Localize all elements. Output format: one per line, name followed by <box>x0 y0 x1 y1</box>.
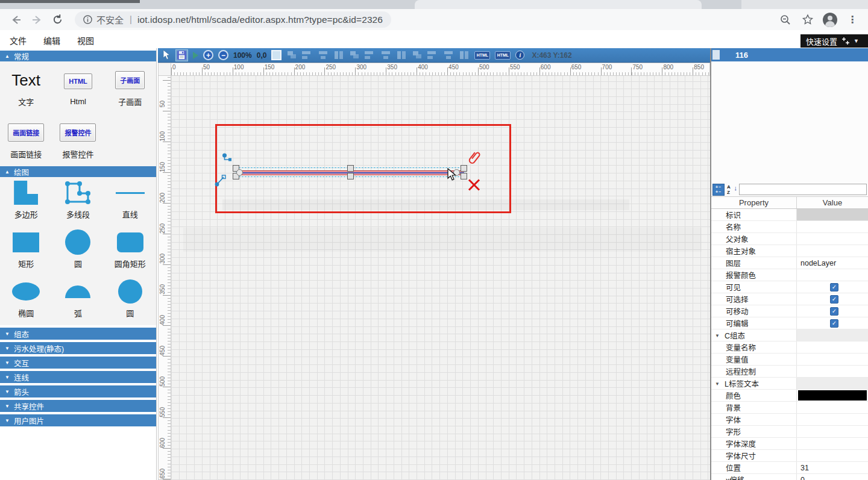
property-value-cell[interactable] <box>797 426 868 437</box>
panel-header-5[interactable]: ▼ 共享控件 <box>0 400 156 412</box>
quick-settings-caret-icon[interactable]: ▼ <box>854 38 859 44</box>
property-value-cell[interactable]: nodeLayer <box>797 257 868 269</box>
component-subscreen[interactable]: 子画面 子画面 <box>104 61 156 117</box>
section-collapse-icon[interactable]: ▼ <box>715 381 720 387</box>
run-preview-icon[interactable] <box>193 52 198 59</box>
property-value-cell[interactable] <box>797 329 868 341</box>
property-row-9[interactable]: ▼可编辑 ✓ <box>711 317 868 329</box>
property-value-cell[interactable]: ✓ <box>797 317 868 329</box>
property-value-cell[interactable] <box>797 245 868 257</box>
design-canvas[interactable] <box>171 76 710 480</box>
可见-checkbox[interactable]: ✓ <box>830 283 838 291</box>
screen-link-component-preview[interactable]: 画面链接 <box>8 123 44 142</box>
info-circle-icon[interactable] <box>83 15 92 24</box>
value-column-header[interactable]: Value <box>797 197 868 208</box>
back-icon[interactable] <box>6 11 27 28</box>
可选择-checkbox[interactable]: ✓ <box>830 295 838 304</box>
property-row-15[interactable]: ▼颜色 <box>711 390 868 402</box>
property-value-cell[interactable] <box>797 221 868 232</box>
property-value-cell[interactable]: 0 <box>797 474 868 480</box>
resize-handle[interactable] <box>461 173 467 179</box>
property-row-22[interactable]: ▼x偏移 0 <box>711 474 868 480</box>
url-text[interactable]: iot.idosp.net/html/scada/editor.aspx.htm… <box>137 14 383 25</box>
component-html[interactable]: HTML Html <box>52 61 104 117</box>
property-row-17[interactable]: ▼字体 <box>711 414 868 426</box>
add-node-tool-icon[interactable] <box>222 153 233 164</box>
property-row-20[interactable]: ▼字体尺寸 <box>711 450 868 462</box>
resize-handle[interactable] <box>461 165 467 172</box>
line-endpoint-handle[interactable] <box>236 169 243 176</box>
shape-arc[interactable]: 弧 <box>52 276 104 325</box>
canvas-background-icon[interactable] <box>271 50 281 60</box>
property-row-6[interactable]: ▼可见 ✓ <box>711 281 868 293</box>
property-value-cell[interactable] <box>797 378 868 389</box>
shape-circle[interactable]: 圆 <box>52 226 104 276</box>
property-row-1[interactable]: ▼名称 <box>711 221 868 233</box>
active-tab[interactable] <box>415 0 702 9</box>
shape-polygon[interactable]: 多边形 <box>0 177 52 226</box>
property-row-12[interactable]: ▼变量值 <box>711 354 868 366</box>
property-value-cell[interactable] <box>797 269 868 281</box>
panel-header-general[interactable]: ▲ 常规 <box>0 51 156 61</box>
zoom-indicator-icon[interactable] <box>777 11 794 28</box>
component-screen-link[interactable]: 画面链接 画面链接 <box>0 117 52 166</box>
property-filter-input[interactable] <box>739 184 867 195</box>
property-row-7[interactable]: ▼可选择 ✓ <box>711 293 868 305</box>
html-badge-icon-2[interactable]: HTML <box>495 51 511 60</box>
property-value-cell[interactable] <box>797 438 868 449</box>
panel-header-0[interactable]: ▼ 组态 <box>0 328 156 340</box>
shape-rounded-rectangle[interactable]: 圆角矩形 <box>104 226 156 276</box>
property-value-cell[interactable] <box>797 450 868 461</box>
panel-header-4[interactable]: ▼ 箭头 <box>0 385 156 397</box>
shape-rectangle[interactable]: 矩形 <box>0 226 52 276</box>
profile-avatar-icon[interactable] <box>822 11 838 28</box>
quick-settings-button[interactable]: 快速设置 ▼ <box>800 34 868 48</box>
property-value-cell[interactable] <box>797 366 868 377</box>
property-value-cell[interactable] <box>797 390 868 401</box>
panel-splitter-handle[interactable] <box>712 50 720 60</box>
shape-ellipse[interactable]: 椭圆 <box>0 276 52 325</box>
property-row-4[interactable]: ▼图层 nodeLayer <box>711 257 868 269</box>
property-value-cell[interactable] <box>797 341 868 353</box>
shape-line[interactable]: 直线 <box>104 177 156 226</box>
forward-icon[interactable] <box>27 11 47 28</box>
property-value-cell[interactable] <box>797 414 868 425</box>
panel-header-6[interactable]: ▼ 用户图片 <box>0 414 156 426</box>
property-row-16[interactable]: ▼背景 <box>711 402 868 414</box>
property-value-cell[interactable] <box>797 354 868 365</box>
resize-handle[interactable] <box>347 165 354 172</box>
browser-menu-icon[interactable]: ⋮ <box>844 11 861 28</box>
panel-header-1[interactable]: ▼ 污水处理(静态) <box>0 342 156 354</box>
property-row-3[interactable]: ▼宿主对象 <box>711 245 868 257</box>
shape-circle-2[interactable]: 圆 <box>104 276 156 325</box>
property-value-cell[interactable]: ✓ <box>797 293 868 305</box>
property-value-cell[interactable]: 31 <box>797 462 868 473</box>
save-button[interactable] <box>175 49 188 61</box>
property-row-8[interactable]: ▼可移动 ✓ <box>711 305 868 317</box>
property-row-11[interactable]: ▼变量名称 <box>711 341 868 354</box>
property-row-14[interactable]: ▼L标签文本 <box>711 378 868 390</box>
delete-x-icon[interactable] <box>467 178 480 190</box>
info-icon[interactable]: i <box>515 51 524 60</box>
property-row-13[interactable]: ▼远程控制 <box>711 366 868 378</box>
property-value-cell[interactable] <box>797 402 868 413</box>
reload-icon[interactable] <box>47 11 68 28</box>
url-field[interactable]: 不安全 | iot.idosp.net/html/scada/editor.as… <box>75 11 391 28</box>
property-row-21[interactable]: ▼位置 31 <box>711 462 868 474</box>
panel-header-draw[interactable]: ▲ 绘图 <box>0 166 156 177</box>
component-text[interactable]: Text 文字 <box>0 61 52 117</box>
property-value-cell[interactable] <box>797 233 868 245</box>
property-row-10[interactable]: ▼C组态 <box>711 329 868 341</box>
html-component-preview[interactable]: HTML <box>64 73 92 89</box>
dock-icon[interactable] <box>841 37 850 45</box>
menu-file[interactable]: 文件 <box>10 34 27 46</box>
property-column-header[interactable]: Property <box>711 197 797 208</box>
text-component-preview[interactable]: Text <box>11 71 40 89</box>
security-label[interactable]: 不安全 <box>96 13 124 26</box>
color-swatch[interactable] <box>798 390 867 401</box>
property-row-18[interactable]: ▼字形 <box>711 426 868 438</box>
可编辑-checkbox[interactable]: ✓ <box>830 319 838 328</box>
section-collapse-icon[interactable]: ▼ <box>715 333 720 338</box>
property-value-cell[interactable] <box>797 209 868 220</box>
bookmark-star-icon[interactable] <box>799 11 816 28</box>
